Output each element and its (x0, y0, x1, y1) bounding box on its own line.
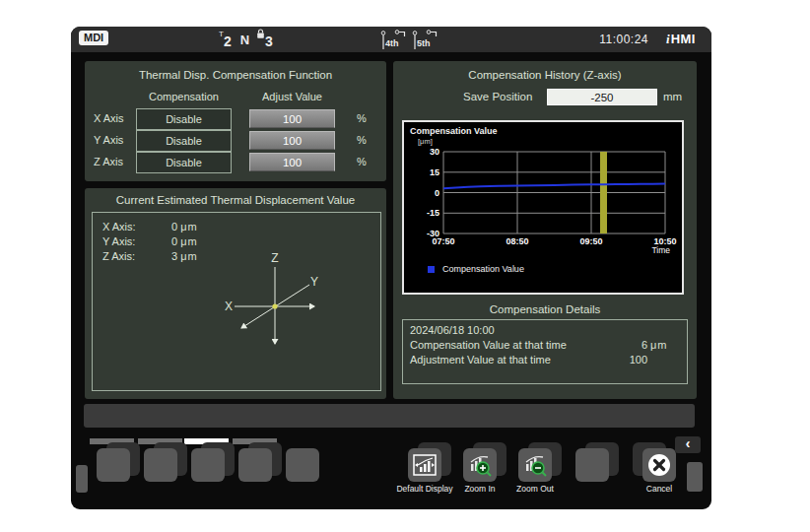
zoom-in-icon magnifier-plus (466, 451, 494, 479)
mode-badge: MDI (79, 31, 108, 45)
default-display-icon (411, 451, 439, 479)
estimated-values-box: X Axis:0 μmY Axis:0 μmZ Axis:3 μm Z X Y (92, 212, 381, 391)
axis-row-label: Y Axis (94, 134, 123, 146)
message-strip (84, 404, 695, 428)
column-header-adjust-value: Adjust Value (249, 91, 335, 102)
legend-label: Compensation Value (442, 264, 524, 274)
details-row: Adjustment Value at that time100 (410, 353, 680, 367)
softkey-5-button[interactable] (286, 448, 319, 482)
details-timestamp: 2024/06/18 10:00 (410, 323, 680, 338)
estimated-unit: μm (180, 235, 198, 247)
sequence-number: 3 (265, 34, 273, 50)
compensation-history-panel: Compensation History (Z-axis) Save Posit… (393, 61, 697, 399)
softkey-2-button[interactable] (144, 448, 177, 482)
svg-text:-15: -15 (427, 208, 439, 218)
cancel-icon (644, 450, 674, 480)
details-row-label: Compensation Value at that time (410, 338, 608, 353)
y-axis-label: Y (310, 275, 318, 289)
estimated-axis-label: X Axis: (102, 221, 171, 233)
adjust-value-input-z[interactable]: 100 (249, 153, 335, 171)
x-axis-label: X (225, 299, 233, 313)
lock-icon (256, 29, 265, 42)
axis-indicator-label: 4th (385, 38, 399, 48)
adjust-value-input-y[interactable]: 100 (249, 131, 335, 150)
compensation-history-chart: Compensation Value [μm] 30150-15-3007:50… (402, 120, 684, 295)
panel-title: Current Estimated Thermal Displacement V… (85, 194, 386, 206)
legend-swatch (428, 266, 435, 273)
details-row-value: 6 (608, 338, 647, 353)
panel-title: Compensation History (Z-axis) (393, 69, 697, 81)
estimated-value: 0 (171, 221, 180, 233)
cancel-label: Cancel (628, 484, 691, 494)
adjust-value-input-x[interactable]: 100 (249, 109, 335, 128)
details-row-label: Adjustment Value at that time (410, 353, 608, 367)
additional-axis-indicators: 4th5th (380, 29, 441, 50)
estimated-row: X Axis:0 μm (102, 221, 198, 233)
axis-indicator-4th: 4th (380, 29, 410, 50)
softkey-3-button[interactable] (191, 448, 225, 482)
zoom-out-button[interactable] (518, 448, 552, 482)
details-row-value: 100 (608, 353, 647, 367)
estimated-value: 3 (171, 250, 180, 262)
softkey-1-button[interactable] (97, 448, 130, 482)
axis-row-label: Z Axis (94, 156, 123, 167)
svg-text:30: 30 (430, 147, 439, 157)
softkey-6-button[interactable] (575, 448, 609, 482)
svg-text:0: 0 (435, 188, 439, 198)
details-rows: Compensation Value at that time6μmAdjust… (410, 338, 680, 367)
details-row-unit: μm (647, 338, 680, 353)
tool-sequence-group: T 2 N 3 (219, 29, 273, 50)
svg-text:15: 15 (430, 167, 439, 177)
save-position-input[interactable]: -250 (547, 89, 657, 105)
thermal-compensation-panel: Thermal Disp. Compensation Function Comp… (85, 61, 386, 181)
save-position-row: Save Position -250 mm (393, 89, 697, 106)
sequence-letter: N (240, 33, 249, 50)
ihmi-logo: iHMI (666, 32, 696, 47)
z-axis-label: Z (271, 251, 278, 265)
compensation-details-box: 2024/06/18 10:00 Compensation Value at t… (402, 319, 688, 384)
percent-unit-label: % (357, 156, 367, 167)
estimated-unit: μm (180, 221, 198, 233)
left-edge-tab[interactable] (76, 465, 88, 493)
hmi-screen: MDI T 2 N 3 4th5th 11:00:24 iHMI Thermal… (71, 27, 711, 509)
cancel-button[interactable] (642, 448, 676, 482)
softkey-4-button[interactable] (238, 448, 272, 482)
default-display-label: Default Display (393, 484, 456, 494)
collapse-toolbar-button[interactable]: ‹ (675, 436, 701, 453)
percent-unit-label: % (357, 134, 367, 146)
estimated-unit: μm (180, 250, 198, 262)
compensation-toggle-y[interactable]: Disable (136, 130, 232, 152)
right-edge-tab[interactable] (687, 462, 703, 492)
zoom-in-label: Zoom In (448, 484, 511, 494)
comp-function-row: Y AxisDisable100% (85, 130, 386, 152)
axis-row-label: X Axis (94, 112, 124, 124)
estimated-axis-label: Z Axis: (102, 250, 171, 262)
svg-text:09:50: 09:50 (579, 236, 602, 246)
svg-text:Time: Time (651, 245, 670, 255)
status-bar-right: 11:00:24 iHMI (599, 27, 696, 52)
estimated-axis-label: Y Axis: (102, 235, 171, 247)
estimated-row: Z Axis:3 μm (102, 250, 198, 262)
details-title: Compensation Details (393, 303, 697, 315)
tool-number: 2 (224, 34, 232, 50)
axis-indicator-label: 5th (417, 38, 431, 48)
estimated-displacement-panel: Current Estimated Thermal Displacement V… (85, 188, 386, 399)
percent-unit-label: % (357, 112, 367, 124)
svg-text:08:50: 08:50 (506, 236, 528, 246)
save-position-unit: mm (663, 91, 682, 102)
comp-function-row: X AxisDisable100% (85, 108, 386, 130)
estimated-row: Y Axis:0 μm (102, 235, 198, 247)
svg-text:07:50: 07:50 (432, 236, 454, 246)
xyz-axes-diagram: Z X Y (211, 242, 329, 359)
clock: 11:00:24 (599, 33, 648, 46)
estimated-value: 0 (171, 235, 180, 247)
panel-title: Thermal Disp. Compensation Function (85, 69, 386, 81)
default-display-button[interactable] (408, 448, 441, 482)
status-bar: MDI T 2 N 3 4th5th 11:00:24 iHMI (71, 27, 711, 52)
compensation-toggle-x[interactable]: Disable (136, 108, 232, 130)
zoom-in-button[interactable] (463, 448, 497, 482)
column-header-compensation: Compensation (136, 91, 232, 102)
compensation-toggle-z[interactable]: Disable (136, 152, 232, 173)
save-position-label: Save Position (463, 91, 532, 102)
zoom-out-icon magnifier-minus (521, 451, 549, 479)
